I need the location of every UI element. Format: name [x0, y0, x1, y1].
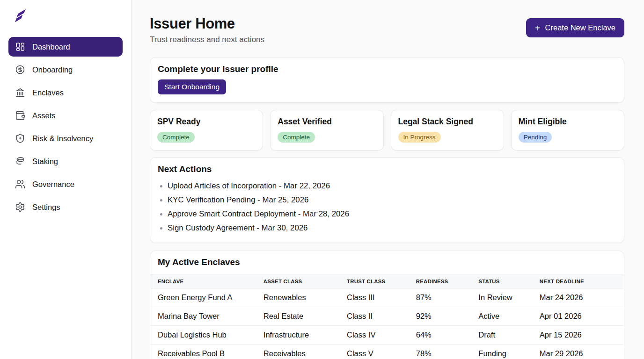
status-card-title: Legal Stack Signed — [398, 117, 497, 127]
cell-next-deadline: Mar 24 2026 — [540, 288, 624, 307]
status-card-spv-ready: SPV ReadyComplete — [150, 110, 263, 151]
cell-readiness: 64% — [416, 326, 479, 345]
sidebar-item-enclaves[interactable]: Enclaves — [8, 83, 123, 102]
sidebar-item-label: Risk & Insolvency — [32, 134, 93, 143]
sidebar-item-label: Dashboard — [32, 43, 70, 51]
sidebar-item-staking[interactable]: Staking — [8, 151, 123, 171]
sidebar-item-risk-insolvency[interactable]: Risk & Insolvency — [8, 129, 123, 148]
next-action-item: Upload Articles of Incorporation - Mar 2… — [158, 179, 616, 193]
cell-readiness: 92% — [416, 307, 479, 326]
sidebar-item-label: Governance — [32, 180, 74, 189]
sidebar-item-governance[interactable]: Governance — [8, 174, 123, 194]
enclaves-table: ENCLAVEASSET CLASSTRUST CLASSREADINESSST… — [150, 274, 624, 359]
column-header-asset-class: ASSET CLASS — [263, 274, 347, 288]
next-actions-card: Next Actions Upload Articles of Incorpor… — [150, 157, 624, 243]
status-card-asset-verified: Asset VerifiedComplete — [270, 110, 383, 151]
cell-enclave: Marina Bay Tower — [150, 307, 263, 326]
status-card-legal-stack-signed: Legal Stack SignedIn Progress — [391, 110, 504, 151]
cell-status: Draft — [478, 326, 540, 345]
sidebar-item-label: Assets — [32, 111, 56, 120]
next-actions-list: Upload Articles of Incorporation - Mar 2… — [158, 179, 616, 235]
next-action-item: Approve Smart Contract Deployment - Mar … — [158, 207, 616, 221]
staking-icon — [15, 156, 25, 166]
cell-next-deadline: Apr 01 2026 — [540, 307, 624, 326]
cell-enclave: Green Energy Fund A — [150, 288, 263, 307]
column-header-next-deadline: NEXT DEADLINE — [540, 274, 624, 288]
cell-readiness: 78% — [416, 345, 479, 359]
status-badge: Complete — [157, 132, 195, 143]
cell-asset-class: Receivables — [263, 345, 347, 359]
cell-next-deadline: Mar 29 2026 — [540, 345, 624, 359]
cell-next-deadline: Apr 15 2026 — [540, 326, 624, 345]
active-enclaves-card: My Active Enclaves ENCLAVEASSET CLASSTRU… — [150, 251, 624, 359]
risk-icon — [15, 133, 25, 144]
status-badge: In Progress — [398, 132, 441, 143]
cell-asset-class: Infrastructure — [263, 326, 347, 345]
sidebar: DashboardOnboardingEnclavesAssetsRisk & … — [0, 0, 132, 359]
onboarding-icon — [15, 65, 25, 75]
settings-icon — [15, 202, 25, 212]
cell-status: Active — [478, 307, 540, 326]
sidebar-item-label: Settings — [32, 203, 60, 212]
table-row[interactable]: Green Energy Fund ARenewablesClass III87… — [150, 288, 624, 307]
start-onboarding-button[interactable]: Start Onboarding — [158, 79, 226, 94]
issuer-profile-card: Complete your issuer profile Start Onboa… — [150, 57, 624, 103]
page-header: Issuer Home Trust readiness and next act… — [150, 15, 624, 44]
assets-icon — [15, 110, 25, 121]
governance-icon — [15, 179, 25, 189]
dashboard-icon — [15, 42, 25, 52]
cell-asset-class: Real Estate — [263, 307, 347, 326]
active-enclaves-title: My Active Enclaves — [150, 257, 624, 267]
cell-trust-class: Class V — [347, 345, 416, 359]
main-content: Issuer Home Trust readiness and next act… — [132, 0, 644, 359]
brand-logo — [14, 7, 131, 25]
cell-enclave: Receivables Pool B — [150, 345, 263, 359]
sidebar-item-label: Staking — [32, 157, 58, 166]
page-title: Issuer Home — [150, 15, 264, 32]
cell-status: Funding — [478, 345, 540, 359]
next-action-item: Sign Custody Agreement - Mar 30, 2026 — [158, 221, 616, 235]
next-actions-title: Next Actions — [158, 164, 616, 174]
status-badge: Complete — [278, 132, 315, 143]
sidebar-item-label: Enclaves — [32, 88, 64, 97]
sidebar-item-onboarding[interactable]: Onboarding — [8, 60, 123, 79]
sidebar-nav: DashboardOnboardingEnclavesAssetsRisk & … — [0, 37, 131, 217]
table-body: Green Energy Fund ARenewablesClass III87… — [150, 288, 624, 359]
cell-status: In Review — [478, 288, 540, 307]
status-card-title: SPV Ready — [157, 117, 256, 127]
enclaves-icon — [15, 87, 25, 98]
status-card-mint-eligible: Mint EligiblePending — [511, 110, 624, 151]
status-card-title: Mint Eligible — [519, 117, 617, 127]
cell-trust-class: Class IV — [347, 326, 416, 345]
table-header-row: ENCLAVEASSET CLASSTRUST CLASSREADINESSST… — [150, 274, 624, 288]
table-row[interactable]: Dubai Logistics HubInfrastructureClass I… — [150, 326, 624, 345]
plus-icon: + — [535, 23, 541, 33]
page-subtitle: Trust readiness and next actions — [150, 35, 264, 44]
create-new-enclave-button[interactable]: + Create New Enclave — [526, 18, 624, 37]
column-header-enclave: ENCLAVE — [150, 274, 263, 288]
status-cards-row: SPV ReadyCompleteAsset VerifiedCompleteL… — [150, 110, 624, 151]
cell-asset-class: Renewables — [263, 288, 347, 307]
cell-enclave: Dubai Logistics Hub — [150, 326, 263, 345]
cell-trust-class: Class II — [347, 307, 416, 326]
table-row[interactable]: Receivables Pool BReceivablesClass V78%F… — [150, 345, 624, 359]
column-header-status: STATUS — [478, 274, 540, 288]
sidebar-item-label: Onboarding — [32, 65, 73, 74]
create-new-enclave-label: Create New Enclave — [545, 23, 615, 32]
column-header-trust-class: TRUST CLASS — [347, 274, 416, 288]
sidebar-item-settings[interactable]: Settings — [8, 197, 123, 217]
cell-readiness: 87% — [416, 288, 479, 307]
column-header-readiness: READINESS — [416, 274, 479, 288]
cell-trust-class: Class III — [347, 288, 416, 307]
sidebar-item-dashboard[interactable]: Dashboard — [8, 37, 123, 57]
status-card-title: Asset Verified — [278, 117, 376, 127]
status-badge: Pending — [519, 132, 552, 143]
next-action-item: KYC Verification Pending - Mar 25, 2026 — [158, 193, 616, 207]
profile-card-title: Complete your issuer profile — [158, 64, 616, 74]
sidebar-item-assets[interactable]: Assets — [8, 106, 123, 125]
table-row[interactable]: Marina Bay TowerReal EstateClass II92%Ac… — [150, 307, 624, 326]
